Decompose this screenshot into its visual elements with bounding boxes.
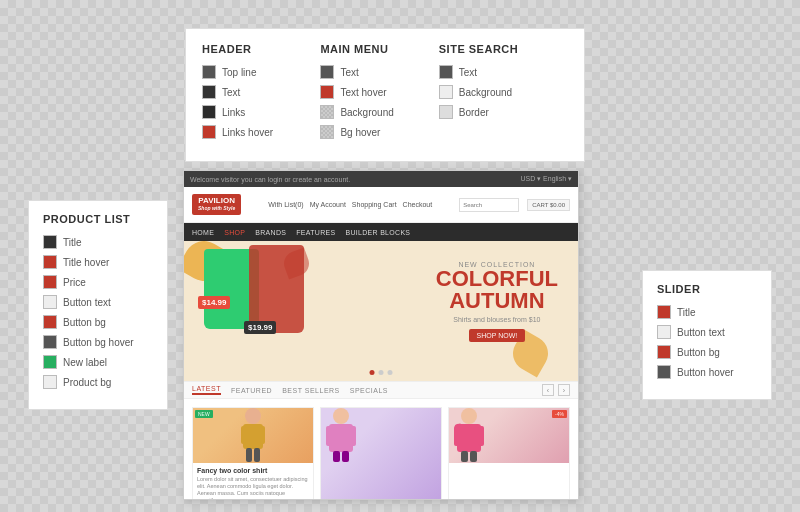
pl-btn-text-row: Button text	[43, 295, 153, 309]
mm-text-hover-label: Text hover	[340, 87, 386, 98]
product-list-title: PRODUCT LIST	[43, 213, 153, 225]
svg-rect-2	[241, 426, 246, 444]
ss-bg-swatch	[439, 85, 453, 99]
nav-link-wishlist: With List(0)	[268, 201, 303, 208]
pl-btn-bg-label: Button bg	[63, 317, 106, 328]
tab-latest[interactable]: LATEST	[192, 385, 221, 395]
site-cart: CART $0.00	[527, 199, 570, 211]
pl-price-label: Price	[63, 277, 86, 288]
topbar-right: USD ▾ English ▾	[520, 175, 572, 183]
sl-btn-bg-label: Button bg	[677, 347, 720, 358]
site-nav-links: With List(0) My Account Shopping Cart Ch…	[249, 201, 451, 208]
hero-title-line1: COLORFUL	[436, 268, 558, 290]
product-title-1: Fancy two color shirt	[197, 467, 309, 474]
grid-next[interactable]: ›	[558, 384, 570, 396]
price-tag-2: $19.99	[244, 321, 276, 334]
top-line-label: Top line	[222, 67, 256, 78]
links-label: Links	[222, 107, 245, 118]
site-mainmenu: HOME SHOP BRANDS FEATURES BUILDER BLOCKS	[184, 223, 578, 241]
dot-2[interactable]	[379, 370, 384, 375]
ss-color-row-1: Text	[439, 65, 558, 79]
pl-btn-bghover-label: Button bg hover	[63, 337, 134, 348]
site-search-input[interactable]	[459, 198, 519, 212]
pl-title-row: Title	[43, 235, 153, 249]
sl-btn-hover-label: Button hover	[677, 367, 734, 378]
grid-nav: ‹ ›	[542, 384, 570, 396]
tab-featured[interactable]: FEATURED	[231, 387, 272, 394]
pl-price-swatch	[43, 275, 57, 289]
pl-title-hover-label: Title hover	[63, 257, 109, 268]
site-nav: PAVILION Shop with Style With List(0) My…	[184, 187, 578, 223]
text-swatch	[202, 85, 216, 99]
pl-new-label-row: New label	[43, 355, 153, 369]
sale-badge-3: -4%	[552, 410, 567, 418]
mm-text-hover-swatch	[320, 85, 334, 99]
mm-color-row-3: Background	[320, 105, 428, 119]
product-figure-2	[321, 408, 361, 463]
site-search-section-title: SITE SEARCH	[439, 43, 558, 55]
mm-bghover-swatch	[320, 125, 334, 139]
menu-features: FEATURES	[296, 229, 335, 236]
svg-rect-7	[329, 424, 353, 452]
new-badge-1: NEW	[195, 410, 213, 418]
product-card-1: NEW Fancy two color shirt Lorem dolor si…	[192, 407, 314, 500]
shirt-plaid	[249, 245, 304, 333]
links-hover-label: Links hover	[222, 127, 273, 138]
ss-color-row-2: Background	[439, 85, 558, 99]
product-img-1: NEW	[193, 408, 313, 463]
pl-btn-text-label: Button text	[63, 297, 111, 308]
svg-rect-4	[246, 448, 252, 462]
products-header: LATEST FEATURED BEST SELLERS SPECIALS ‹ …	[184, 381, 578, 399]
dot-1[interactable]	[370, 370, 375, 375]
header-color-row-3: Links	[202, 105, 310, 119]
main-menu-section-title: MAIN MENU	[320, 43, 428, 55]
sl-btn-bg-row: Button bg	[657, 345, 757, 359]
pl-product-bg-row: Product bg	[43, 375, 153, 389]
pl-product-bg-label: Product bg	[63, 377, 111, 388]
dot-3[interactable]	[388, 370, 393, 375]
product-info-1: Fancy two color shirt Lorem dolor sit am…	[193, 463, 313, 500]
product-img-2	[321, 408, 441, 500]
svg-rect-18	[470, 451, 477, 462]
sl-btn-bg-swatch	[657, 345, 671, 359]
pl-new-label-label: New label	[63, 357, 107, 368]
svg-rect-14	[457, 424, 481, 452]
mm-bg-label: Background	[340, 107, 393, 118]
pl-price-row: Price	[43, 275, 153, 289]
nav-link-account: My Account	[310, 201, 346, 208]
svg-rect-17	[461, 451, 468, 462]
sl-title-swatch	[657, 305, 671, 319]
top-line-swatch	[202, 65, 216, 79]
site-logo: PAVILION Shop with Style	[192, 194, 241, 214]
tab-bestsellers[interactable]: BEST SELLERS	[282, 387, 340, 394]
logo-tagline: Shop with Style	[198, 206, 235, 212]
header-color-row-1: Top line	[202, 65, 310, 79]
links-hover-swatch	[202, 125, 216, 139]
ss-text-label: Text	[459, 67, 477, 78]
header-section-title: HEADER	[202, 43, 310, 55]
svg-point-6	[333, 408, 349, 424]
svg-rect-8	[326, 426, 332, 446]
pl-btn-text-swatch	[43, 295, 57, 309]
hero-subtitle: Shirts and blouses from $10	[436, 316, 558, 323]
sl-btn-hover-swatch	[657, 365, 671, 379]
ss-border-swatch	[439, 105, 453, 119]
ss-color-row-3: Border	[439, 105, 558, 119]
tab-specials[interactable]: SPECIALS	[350, 387, 388, 394]
grid-prev[interactable]: ‹	[542, 384, 554, 396]
hero-text-area: NEW COLLECTION COLORFUL AUTUMN Shirts an…	[436, 261, 558, 342]
header-color-row-2: Text	[202, 85, 310, 99]
ss-border-label: Border	[459, 107, 489, 118]
sl-btn-text-label: Button text	[677, 327, 725, 338]
hero-shop-button[interactable]: SHOP NOW!	[469, 329, 526, 342]
pl-btn-bghover-swatch	[43, 335, 57, 349]
site-topbar: Welcome visitor you can login or create …	[184, 171, 578, 187]
mm-color-row-2: Text hover	[320, 85, 428, 99]
mm-color-row-4: Bg hover	[320, 125, 428, 139]
product-card-2	[320, 407, 442, 500]
pl-btn-bghover-row: Button bg hover	[43, 335, 153, 349]
mm-bg-swatch	[320, 105, 334, 119]
menu-builder: BUILDER BLOCKS	[345, 229, 410, 236]
menu-home: HOME	[192, 229, 214, 236]
pl-new-label-swatch	[43, 355, 57, 369]
